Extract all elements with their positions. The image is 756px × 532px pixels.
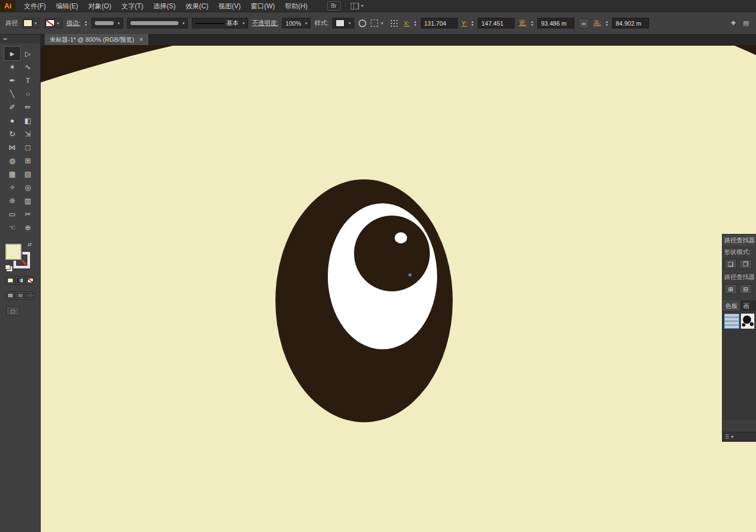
x-input[interactable]: 131.704 [421,18,458,28]
menu-object[interactable]: 对象(O) [83,0,116,12]
free-transform-tool[interactable]: ◻ [20,140,36,154]
recolor-artwork-button[interactable] [358,19,367,27]
close-icon[interactable]: × [139,36,143,43]
toolbar-collapse-button[interactable]: ◂◂ [0,35,40,43]
width-label[interactable]: 宽: [518,19,526,27]
align-options-button[interactable] [389,20,400,27]
draw-inside-button[interactable] [26,291,35,300]
menu-window[interactable]: 窗口(W) [246,0,280,12]
height-label[interactable]: 高: [593,19,601,27]
list-view-icon[interactable]: ☰ [725,434,729,440]
column-graph-tool[interactable]: ▥ [20,194,36,207]
none-button[interactable] [26,276,35,285]
menu-type[interactable]: 文字(T) [117,0,148,12]
width-input[interactable]: 93.486 m [537,18,574,28]
direct-selection-tool[interactable]: ▷ [20,47,36,60]
menu-effect[interactable]: 效果(C) [181,0,214,12]
width-tool[interactable]: ⋈ [4,140,20,154]
screen-mode-button[interactable]: ▢ [6,306,20,316]
brushes-tab[interactable]: 画 [740,300,752,311]
line-tool[interactable]: ╲ [4,87,20,100]
type-tool[interactable]: T [20,74,36,87]
divide-button[interactable]: ⊞ [724,284,737,294]
stroke-weight-select[interactable]: ▾ [91,18,123,28]
scale-tool[interactable]: ⇲ [20,127,36,140]
eye-pupil-circle[interactable] [354,216,430,291]
stroke-label[interactable]: 描边: [66,19,80,27]
lasso-tool[interactable]: ∿ [20,60,36,74]
blob-brush-tool[interactable]: ● [4,114,20,127]
y-label[interactable]: Y: [462,20,467,27]
hand-tool[interactable]: ☜ [4,221,20,234]
spin-down-icon[interactable]: ▼ [84,23,88,27]
unite-button[interactable]: ❏ [724,259,737,269]
spin-down-icon[interactable]: ▼ [530,23,534,27]
panel-options-button[interactable]: ▤ [742,19,750,27]
brush-definition-select[interactable]: 基本 ▾ [192,18,248,28]
shape-builder-tool[interactable]: ◍ [4,154,20,167]
zoom-tool[interactable]: ⊕ [20,221,36,234]
stroke-weight-stepper[interactable]: ▲ ▼ [84,20,88,27]
minus-front-button[interactable]: ❐ [739,259,752,269]
rotate-tool[interactable]: ↻ [4,127,20,140]
gradient-tool[interactable]: ▤ [20,167,36,180]
menu-help[interactable]: 帮助(H) [280,0,313,12]
selection-tool[interactable]: ► [4,47,20,60]
pen-tool[interactable]: ✒ [4,74,20,87]
swatches-tab[interactable]: 色板 [723,300,740,311]
x-stepper[interactable]: ▲ ▼ [414,20,417,27]
eyedropper-tool[interactable]: ✧ [4,180,20,194]
shape-options-button[interactable]: ▾ [371,19,385,27]
color-button[interactable] [6,276,15,285]
paintbrush-tool[interactable]: ✐ [4,100,20,114]
constrain-proportions-button[interactable]: ∞ [578,18,589,28]
perspective-grid-tool[interactable]: ⊞ [20,154,36,167]
gradient-button[interactable] [16,276,25,285]
eye-highlight-dot[interactable] [395,232,407,243]
menu-select[interactable]: 选择(S) [148,0,181,12]
selected-anchor-point[interactable] [409,274,411,276]
width-profile-select[interactable]: ▾ [127,18,188,28]
draw-normal-button[interactable] [6,291,15,300]
eraser-tool[interactable]: ◧ [20,114,36,127]
blend-tool[interactable]: ◎ [20,180,36,194]
magic-wand-tool[interactable]: ✶ [4,60,20,74]
y-input[interactable]: 147.451 [478,18,515,28]
swatch-item-pattern[interactable] [724,314,739,329]
fill-color-picker[interactable]: ▾ [22,18,40,28]
pencil-tool[interactable]: ✏ [20,100,36,114]
opacity-label[interactable]: 不透明度: [252,19,278,27]
bridge-button[interactable]: Br [327,1,341,11]
dashed-square-icon [371,19,378,27]
height-stepper[interactable]: ▲ ▼ [605,20,608,27]
mesh-tool[interactable]: ▦ [4,167,20,180]
stroke-color-picker[interactable]: ▾ [44,18,62,28]
swap-fill-stroke-icon[interactable]: ⇄ [27,242,32,247]
opacity-select[interactable]: 100% ▾ [282,18,311,28]
menu-file[interactable]: 文件(F) [19,0,51,12]
ellipse-tool[interactable]: ○ [20,87,36,100]
artboard-tool[interactable]: ▭ [4,207,20,221]
workspace-switcher[interactable]: ▾ [351,3,364,9]
x-label[interactable]: X: [404,20,409,27]
menu-view[interactable]: 视图(V) [214,0,246,12]
default-swatches-icon[interactable] [5,265,11,270]
document-tab[interactable]: 未标题-1* @ 800% (RGB/预览) × [45,34,148,45]
slice-tool[interactable]: ✂ [20,207,36,221]
spin-down-icon[interactable]: ▼ [414,23,417,27]
spin-down-icon[interactable]: ▼ [605,23,608,27]
draw-behind-button[interactable] [16,291,25,300]
pathfinder-panel-tab[interactable]: 路径查找器 [723,235,756,246]
symbol-sprayer-tool[interactable]: ❊ [4,194,20,207]
trim-button[interactable]: ⊟ [739,284,752,294]
y-stepper[interactable]: ▲ ▼ [471,20,474,27]
menu-edit[interactable]: 编辑(E) [51,0,83,12]
width-stepper[interactable]: ▲ ▼ [530,20,534,27]
swatch-item-splatter[interactable] [741,314,754,329]
transform-options-button[interactable]: ✚ [729,19,738,27]
fill-swatch-large[interactable] [5,243,22,260]
height-input[interactable]: 84.902 m [612,18,649,28]
canvas-artboard[interactable] [41,46,756,532]
style-select[interactable]: ▾ [332,18,354,28]
spin-down-icon[interactable]: ▼ [471,23,474,27]
